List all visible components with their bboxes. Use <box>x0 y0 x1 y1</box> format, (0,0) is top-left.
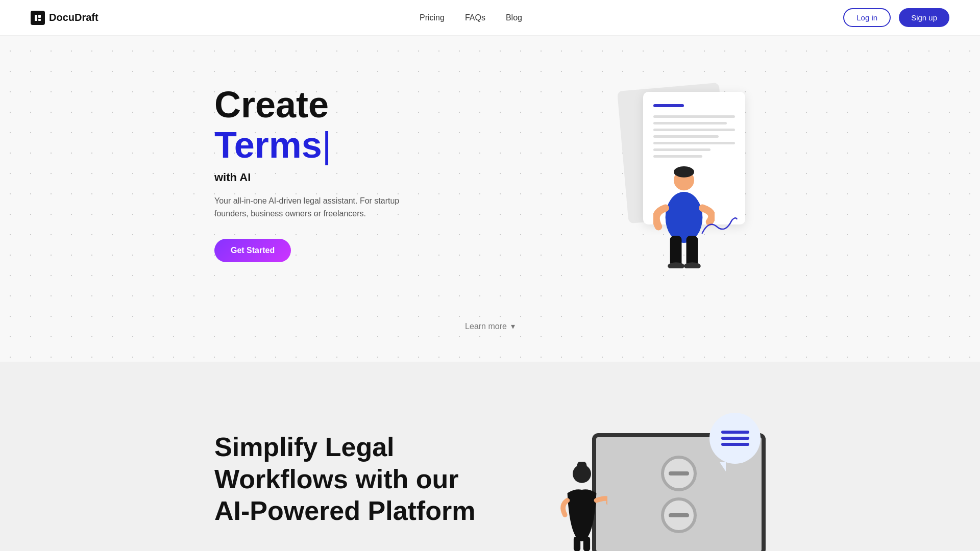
hero-line1: Create <box>214 84 329 125</box>
logo[interactable]: DocuDraft <box>31 11 99 25</box>
svg-rect-2 <box>38 19 41 21</box>
doc-line-5 <box>653 142 735 144</box>
robot-body <box>661 456 697 533</box>
section-two-illustration <box>541 403 766 551</box>
svg-rect-13 <box>583 537 590 551</box>
speech-bubble <box>709 413 761 464</box>
navbar: DocuDraft Pricing FAQs Blog Log in Sign … <box>0 0 980 36</box>
logo-icon <box>31 11 45 25</box>
bubble-line-3 <box>721 443 749 446</box>
nav-actions: Log in Sign up <box>843 8 949 27</box>
doc-line-7 <box>653 155 702 158</box>
robot-head <box>661 456 697 491</box>
doc-line-3 <box>653 129 735 131</box>
svg-rect-0 <box>35 15 37 21</box>
svg-rect-6 <box>670 236 682 266</box>
doc-line-4 <box>653 135 719 138</box>
doc-line-1 <box>653 115 735 118</box>
doc-line-accent <box>653 104 684 107</box>
section-two: Simplify Legal Workflows with our AI-Pow… <box>0 362 980 551</box>
chevron-down-icon: ▾ <box>511 321 515 331</box>
logo-text: DocuDraft <box>49 12 99 23</box>
section-two-title: Simplify Legal Workflows with our AI-Pow… <box>214 431 475 527</box>
svg-rect-1 <box>38 15 41 18</box>
doc-line-2 <box>653 122 727 124</box>
bubble-line-1 <box>721 431 749 434</box>
svg-point-5 <box>666 192 703 243</box>
learn-more-section[interactable]: Learn more ▾ <box>0 311 980 362</box>
doc-line-6 <box>653 148 710 151</box>
signature <box>698 215 741 242</box>
robot-bar-2 <box>669 513 689 517</box>
cursor: | <box>322 124 332 165</box>
signup-button[interactable]: Sign up <box>899 8 949 27</box>
svg-rect-12 <box>574 537 580 551</box>
get-started-button[interactable]: Get Started <box>214 239 291 262</box>
bubble-line-2 <box>721 437 749 440</box>
hero-section: Create Terms| with AI Your all-in-one AI… <box>0 36 980 311</box>
learn-more-label: Learn more <box>465 322 507 331</box>
hero-content: Create Terms| with AI Your all-in-one AI… <box>214 85 419 262</box>
svg-rect-7 <box>687 236 698 266</box>
nav-link-blog[interactable]: Blog <box>506 13 522 22</box>
hero-line2: Terms| <box>214 125 419 165</box>
robot-bar-1 <box>669 471 689 475</box>
login-button[interactable]: Log in <box>843 8 891 27</box>
robot-torso <box>661 497 697 533</box>
nav-link-faqs[interactable]: FAQs <box>465 13 485 22</box>
hero-description: Your all-in-one AI-driven legal assistan… <box>214 194 419 220</box>
svg-point-4 <box>674 166 694 178</box>
hero-title: Create Terms| <box>214 85 419 165</box>
nav-link-pricing[interactable]: Pricing <box>420 13 445 22</box>
hero-subtitle: with AI <box>214 171 419 184</box>
nav-links: Pricing FAQs Blog <box>420 13 522 22</box>
hero-illustration <box>510 77 766 270</box>
person2-figure <box>556 462 607 551</box>
